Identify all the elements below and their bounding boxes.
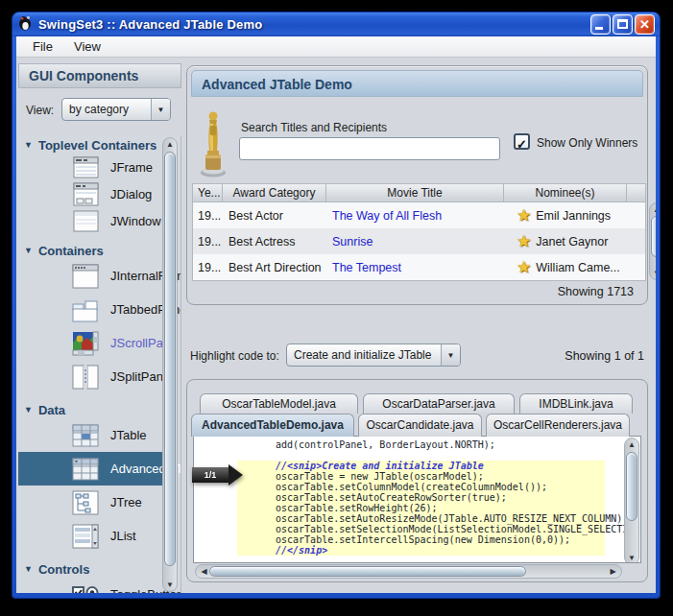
code-panel: OscarTableModel.javaOscarDataParser.java… <box>186 379 648 582</box>
scroll-down-icon[interactable]: ▼ <box>163 579 177 591</box>
table-row[interactable]: 19...Best Art DirectionThe Tempest★Willi… <box>193 254 645 280</box>
search-input[interactable] <box>239 137 500 160</box>
tree-scrollbar[interactable]: ▲ ▼ <box>162 137 178 592</box>
code-line: oscarTable.setAutoCreateRowSorter(true); <box>237 492 605 503</box>
code-hscrollbar-thumb[interactable] <box>209 566 526 577</box>
sidebar-item-jlist[interactable]: JList <box>18 519 164 553</box>
code-vertical-scrollbar[interactable]: ▲ ▼ <box>624 438 639 563</box>
code-line: //</snip> <box>237 545 605 556</box>
sidebar-item-jdialog[interactable]: JDialog <box>18 180 164 207</box>
scroll-right-icon[interactable]: ▶ <box>607 565 619 578</box>
jinternalframe-icon <box>72 264 99 289</box>
code-line: add(controlPanel, BorderLayout.NORTH); <box>194 439 624 450</box>
sidebar-item-advanced-jtable[interactable]: Advanced JTable <box>18 452 164 486</box>
code-line: oscarTable.setAutoResizeMode(JTable.AUTO… <box>237 513 605 524</box>
close-icon: ✕ <box>636 15 654 34</box>
table-scrollbar-thumb[interactable] <box>651 216 656 257</box>
arrow-right-icon <box>228 464 243 486</box>
show-only-winners-checkbox[interactable] <box>514 133 530 150</box>
code-line: //<snip>Create and initialize JTable <box>237 461 605 471</box>
sidebar-item-label: JList <box>110 529 136 543</box>
column-header-movie-title[interactable]: Movie Title <box>326 183 504 202</box>
scroll-down-icon[interactable]: ▼ <box>625 552 638 563</box>
maximize-button[interactable] <box>613 14 633 35</box>
cell-nominee: ★Janet Gaynor <box>505 231 628 251</box>
tab-advancedtabledemo-java[interactable]: AdvancedTableDemo.java <box>191 414 354 437</box>
close-button[interactable]: ✕ <box>635 14 655 35</box>
tree-scrollbar-thumb[interactable] <box>164 152 176 566</box>
sidebar-item-jwindow[interactable]: JWindow <box>18 207 164 234</box>
code-line: oscarTable.setColumnModel(createColumnMo… <box>237 482 605 492</box>
sidebar-item-jinternalframe[interactable]: JInternalFrame <box>18 259 164 293</box>
tree-category-controls[interactable]: ▼Controls <box>18 560 164 578</box>
advanced-jtable-icon <box>72 457 99 482</box>
caret-down-icon: ▼ <box>24 246 33 255</box>
tab-oscarcandidate-java[interactable]: OscarCandidate.java <box>358 414 482 437</box>
sidebar-item-label: JWindow <box>110 214 161 228</box>
cell-movie-title-link[interactable]: Sunrise <box>327 235 505 249</box>
caret-down-icon: ▼ <box>24 140 33 150</box>
sidebar-item-label: JTable <box>110 428 147 442</box>
scroll-up-icon[interactable]: ▲ <box>625 438 638 451</box>
tree-category-label: Toplevel Containers <box>38 138 156 153</box>
snippet-marker-label: 1/1 <box>192 467 228 483</box>
menu-view[interactable]: View <box>65 37 109 56</box>
chevron-down-icon: ▼ <box>441 344 460 366</box>
togglebuttons-icon <box>72 582 99 594</box>
jlist-icon <box>72 524 99 549</box>
tab-imdblink-java[interactable]: IMDBLink.java <box>519 393 633 414</box>
table-row[interactable]: 19...Best ActorThe Way of All Flesh★Emil… <box>193 202 645 228</box>
column-header-ye-[interactable]: Ye... <box>192 183 223 202</box>
app-window: SwingSet3 :: Advanced JTable Demo ✕ File… <box>12 12 660 598</box>
source-code: add(controlPanel, BorderLayout.NORTH); /… <box>194 437 624 562</box>
code-scrollbar-thumb[interactable] <box>626 452 637 521</box>
sidebar-item-jsplitpane[interactable]: JSplitPane <box>18 360 164 393</box>
tab-oscardataparser-java[interactable]: OscarDataParser.java <box>363 393 515 414</box>
snippet-count-label: Showing 1 of 1 <box>565 349 644 363</box>
cell-year: 19... <box>193 235 224 249</box>
view-combobox[interactable]: by category ▼ <box>61 98 171 121</box>
window-body: File View GUI Components View: by catego… <box>16 36 656 593</box>
tree-category-label: Data <box>38 403 65 417</box>
tree-category-toplevel-containers[interactable]: ▼Toplevel Containers <box>18 136 164 154</box>
column-header-nominee-s-[interactable]: Nominee(s) <box>504 183 627 202</box>
sidebar-item-jtabbedpane[interactable]: JTabbedPane <box>18 293 164 326</box>
jscrollpane-icon <box>72 331 99 356</box>
sidebar-item-jtree[interactable]: JTree <box>18 486 164 519</box>
tree-category-label: Containers <box>38 244 104 258</box>
menu-file[interactable]: File <box>24 37 61 56</box>
winner-star-icon: ★ <box>517 257 531 277</box>
minimize-button[interactable] <box>590 14 611 35</box>
menubar: File View <box>16 36 656 58</box>
titlebar[interactable]: SwingSet3 :: Advanced JTable Demo ✕ <box>12 12 660 36</box>
tab-oscartablemodel-java[interactable]: OscarTableModel.java <box>200 393 358 414</box>
code-line: oscarTable.setRowHeight(26); <box>237 503 605 513</box>
sidebar-item-togglebuttons[interactable]: ToggleButtons <box>18 578 164 593</box>
sidebar-title: GUI Components <box>18 63 181 88</box>
cell-nominee: ★William Came... <box>505 257 628 277</box>
sidebar-item-jscrollpane[interactable]: JScrollPane <box>18 326 164 360</box>
tab-oscarcellrenderers-java[interactable]: OscarCellRenderers.java <box>486 414 630 437</box>
jwindow-icon <box>72 208 99 233</box>
highlight-code-combobox[interactable]: Create and initialize JTable ▼ <box>286 344 461 367</box>
tree-category-data[interactable]: ▼Data <box>18 401 164 418</box>
sidebar-item-jtable[interactable]: JTable <box>18 418 164 452</box>
sidebar-item-jframe[interactable]: JFrame <box>18 154 164 180</box>
scroll-up-icon[interactable]: ▲ <box>650 203 656 216</box>
jframe-icon <box>72 154 99 179</box>
highlight-code-value: Create and initialize JTable <box>287 348 441 362</box>
cell-movie-title-link[interactable]: The Way of All Flesh <box>327 209 505 223</box>
column-header-filler <box>627 183 646 202</box>
table-row[interactable]: 19...Best ActressSunrise★Janet Gaynor <box>193 228 645 254</box>
code-viewer[interactable]: add(controlPanel, BorderLayout.NORTH); /… <box>193 436 641 563</box>
winner-star-icon: ★ <box>517 205 531 225</box>
scroll-down-icon[interactable]: ▼ <box>650 267 656 279</box>
column-header-award-category[interactable]: Award Category <box>223 183 326 202</box>
tree-category-containers[interactable]: ▼Containers <box>18 242 164 259</box>
jtable-icon <box>72 423 99 448</box>
scroll-up-icon[interactable]: ▲ <box>163 138 177 151</box>
code-horizontal-scrollbar[interactable]: ◀ ▶ <box>195 564 622 579</box>
cell-movie-title-link[interactable]: The Tempest <box>327 261 505 274</box>
table-scrollbar[interactable]: ▲ ▼ <box>649 202 656 280</box>
minimize-icon <box>595 27 603 30</box>
